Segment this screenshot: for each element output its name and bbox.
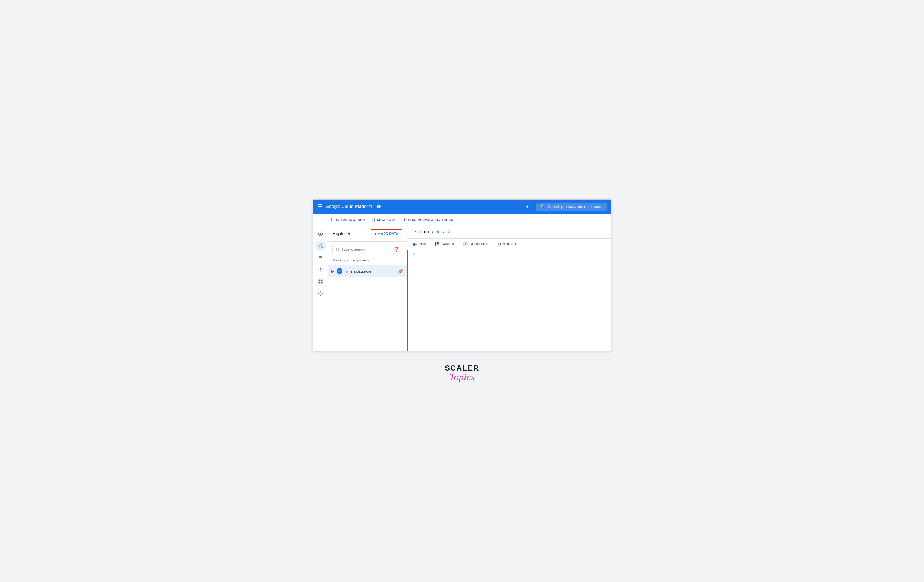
top-search-bar[interactable]: 🔍 Search products and resources (536, 202, 607, 211)
run-icon: ▶ (413, 242, 417, 247)
editor-panel: EDITOR 3 ▾ ✕ ▶ RUN 💾 SAVE ▾ 🕐 (407, 226, 611, 351)
svg-point-12 (320, 293, 321, 294)
shortcut-icon: ⊟ (371, 217, 375, 222)
svg-point-16 (415, 231, 416, 232)
svg-rect-9 (320, 279, 322, 281)
svg-point-1 (319, 233, 321, 235)
sidebar-settings-icon[interactable] (315, 288, 326, 299)
schedule-button[interactable]: 🕐 SCHEDULE (460, 241, 491, 248)
search-placeholder-text: Search products and resources (548, 204, 601, 209)
explorer-panel: Explorer + + ADD DATA ❓ Viewing pinned p… (328, 226, 407, 351)
sidebar-history-icon[interactable] (315, 264, 326, 275)
sidebar-search-icon[interactable] (315, 240, 326, 251)
top-nav-bar: ☰ Google Cloud Platform ❋ ▾ 🔍 Search pro… (313, 199, 611, 214)
save-button[interactable]: 💾 SAVE ▾ (432, 241, 456, 248)
expand-arrow-icon[interactable]: ▶ (332, 269, 334, 273)
shortcut-label: SHORTCUT (377, 218, 396, 222)
explorer-search-icon (335, 247, 340, 252)
explorer-header: Explorer + + ADD DATA (328, 226, 407, 242)
main-content: Explorer + + ADD DATA ❓ Viewing pinned p… (313, 226, 611, 351)
project-row[interactable]: ▶ N nih-sra-datastore 📌 (328, 265, 407, 277)
search-icon: 🔍 (540, 204, 545, 209)
eye-icon: 👁 (403, 217, 407, 222)
apps-icon[interactable]: ❋ (376, 203, 381, 210)
tab-dropdown-icon[interactable]: ▾ (442, 230, 444, 234)
run-label: RUN (419, 242, 426, 246)
help-icon[interactable]: ❓ (394, 247, 399, 252)
save-dropdown-icon[interactable]: ▾ (452, 242, 454, 246)
editor-tab-label: EDITOR (420, 230, 433, 234)
browser-window: ☰ Google Cloud Platform ❋ ▾ 🔍 Search pro… (313, 199, 611, 351)
explorer-search-input[interactable] (342, 247, 392, 252)
hide-preview-button[interactable]: 👁 HIDE PREVIEW FEATURES (403, 217, 453, 222)
svg-line-3 (321, 247, 322, 248)
editor-body[interactable]: 1 (407, 250, 611, 351)
svg-line-14 (338, 250, 339, 251)
project-name: nih-sra-datastore (345, 269, 396, 273)
features-info-button[interactable]: ℹ FEATURES & INFO (330, 217, 365, 222)
editor-tabs: EDITOR 3 ▾ ✕ (407, 226, 611, 238)
pin-icon[interactable]: 📌 (398, 269, 403, 274)
editor-tab-badge: 3 (436, 230, 440, 234)
editor-content[interactable] (419, 252, 419, 349)
icon-sidebar (313, 226, 328, 351)
viewing-pinned-text: Viewing pinned projects. (328, 257, 407, 265)
svg-rect-10 (318, 282, 320, 284)
app-title: Google Cloud Platform (325, 204, 372, 209)
footer-branding: SCALER Topics (445, 364, 479, 383)
sidebar-filter-icon[interactable] (315, 252, 326, 263)
tab-close-icon[interactable]: ✕ (447, 229, 451, 235)
schedule-icon: 🕐 (463, 242, 468, 247)
save-label: SAVE (442, 242, 451, 246)
add-data-label: + ADD DATA (378, 232, 398, 236)
project-dropdown-icon[interactable]: ▾ (526, 204, 528, 210)
line-numbers: 1 (408, 252, 419, 349)
editor-tab-icon (413, 229, 418, 235)
more-button[interactable]: ⚙ MORE ▾ (495, 241, 518, 248)
more-dropdown-icon[interactable]: ▾ (515, 242, 516, 246)
more-label: MORE (503, 242, 513, 246)
editor-toolbar: ▶ RUN 💾 SAVE ▾ 🕐 SCHEDULE ⚙ MORE ▾ (407, 238, 611, 250)
line-number-1: 1 (408, 252, 415, 256)
editor-tab[interactable]: EDITOR 3 ▾ ✕ (409, 226, 455, 238)
scaler-brand-text: SCALER (445, 364, 479, 372)
editor-cursor (419, 252, 419, 257)
explorer-search-bar[interactable]: ❓ (332, 245, 402, 254)
svg-rect-11 (320, 282, 322, 284)
secondary-toolbar: ℹ FEATURES & INFO ⊟ SHORTCUT 👁 HIDE PREV… (313, 214, 611, 226)
hamburger-menu-icon[interactable]: ☰ (317, 203, 322, 210)
schedule-label: SCHEDULE (470, 242, 488, 246)
run-button[interactable]: ▶ RUN (411, 241, 428, 248)
info-icon: ℹ (330, 217, 332, 222)
plus-icon: + (375, 232, 377, 236)
sidebar-bigquery-icon[interactable] (315, 228, 326, 239)
add-data-button[interactable]: + + ADD DATA (371, 229, 402, 238)
sidebar-dashboard-icon[interactable] (315, 276, 326, 287)
save-icon: 💾 (435, 242, 440, 247)
svg-rect-8 (318, 279, 320, 281)
explorer-title: Explorer (332, 231, 351, 237)
gear-icon: ⚙ (497, 242, 501, 247)
hide-preview-label: HIDE PREVIEW FEATURES (408, 218, 453, 222)
topics-brand-text: Topics (449, 372, 475, 383)
features-info-label: FEATURES & INFO (334, 218, 365, 222)
project-avatar: N (337, 268, 343, 274)
shortcut-button[interactable]: ⊟ SHORTCUT (371, 217, 396, 222)
